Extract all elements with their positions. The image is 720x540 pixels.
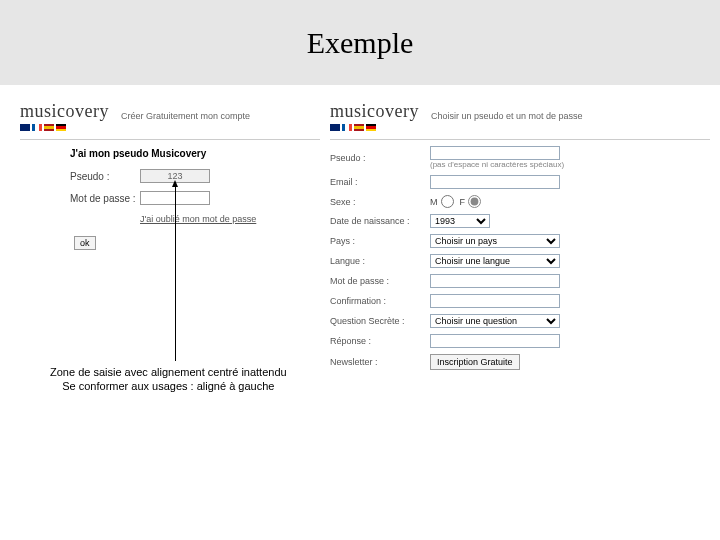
pseudo-label: Pseudo : xyxy=(70,171,140,182)
r-lang-label: Langue : xyxy=(330,256,430,266)
pseudo-row: Pseudo : xyxy=(70,169,320,183)
flag-icons xyxy=(20,124,109,131)
r-pseudo-input[interactable] xyxy=(430,146,560,160)
annotation-arrow-line xyxy=(175,186,176,361)
sex-f-radio[interactable] xyxy=(468,195,481,208)
right-panel: musicovery Choisir un pseudo et un mot d… xyxy=(330,95,710,376)
slide-header: Exemple xyxy=(0,0,720,85)
r-birth-label: Date de naissance : xyxy=(330,216,430,226)
r-pass-input[interactable] xyxy=(430,274,560,288)
left-panel: musicovery Créer Gratuitement mon compte… xyxy=(20,95,320,376)
right-header-subtitle: Choisir un pseudo et un mot de passe xyxy=(431,111,583,121)
r-email-input[interactable] xyxy=(430,175,560,189)
right-form: Pseudo : (pas d'espace ni caractères spé… xyxy=(330,140,710,370)
r-question-select[interactable]: Choisir une question xyxy=(430,314,560,328)
left-form: J'ai mon pseudo Musicovery Pseudo : Mot … xyxy=(20,140,320,250)
slide-title: Exemple xyxy=(307,26,414,60)
password-row: Mot de passe : xyxy=(70,191,320,205)
flag-uk-icon xyxy=(330,124,340,131)
sex-m-label: M xyxy=(430,197,438,207)
r-pseudo-hint: (pas d'espace ni caractères spéciaux) xyxy=(430,160,564,169)
annotation-box: Zone de saisie avec alignement centré in… xyxy=(50,365,287,394)
password-label: Mot de passe : xyxy=(70,193,140,204)
sex-m-radio[interactable] xyxy=(441,195,454,208)
panels-container: musicovery Créer Gratuitement mon compte… xyxy=(20,95,710,376)
r-email-label: Email : xyxy=(330,177,430,187)
flag-fr-icon xyxy=(342,124,352,131)
r-newsletter-label: Newsletter : xyxy=(330,357,430,367)
r-sex-label: Sexe : xyxy=(330,197,430,207)
signup-button[interactable]: Inscription Gratuite xyxy=(430,354,520,370)
r-birth-select[interactable]: 1993 xyxy=(430,214,490,228)
flag-es-icon xyxy=(44,124,54,131)
r-question-label: Question Secrète : xyxy=(330,316,430,326)
r-pass-label: Mot de passe : xyxy=(330,276,430,286)
r-lang-select[interactable]: Choisir une langue xyxy=(430,254,560,268)
left-logo-row: musicovery Créer Gratuitement mon compte xyxy=(20,95,320,140)
flag-de-icon xyxy=(366,124,376,131)
r-country-label: Pays : xyxy=(330,236,430,246)
logo-text-right: musicovery xyxy=(330,101,419,122)
flag-es-icon xyxy=(354,124,364,131)
right-logo-row: musicovery Choisir un pseudo et un mot d… xyxy=(330,95,710,140)
r-pseudo-label: Pseudo : xyxy=(330,153,430,163)
annotation-line2: Se conformer aux usages : aligné à gauch… xyxy=(50,379,287,393)
flag-fr-icon xyxy=(32,124,42,131)
forgot-link[interactable]: J'ai oublié mon mot de passe xyxy=(140,214,256,224)
flag-uk-icon xyxy=(20,124,30,131)
r-confirm-label: Confirmation : xyxy=(330,296,430,306)
flag-de-icon xyxy=(56,124,66,131)
flag-icons-right xyxy=(330,124,419,131)
annotation-line1: Zone de saisie avec alignement centré in… xyxy=(50,365,287,379)
r-response-input[interactable] xyxy=(430,334,560,348)
logo-text: musicovery xyxy=(20,101,109,122)
sex-f-label: F xyxy=(460,197,466,207)
annotation-arrow-head-icon xyxy=(172,180,178,187)
left-form-title: J'ai mon pseudo Musicovery xyxy=(70,148,320,159)
r-country-select[interactable]: Choisir un pays xyxy=(430,234,560,248)
left-header-subtitle: Créer Gratuitement mon compte xyxy=(121,111,250,121)
ok-button[interactable]: ok xyxy=(74,236,96,250)
r-confirm-input[interactable] xyxy=(430,294,560,308)
r-response-label: Réponse : xyxy=(330,336,430,346)
